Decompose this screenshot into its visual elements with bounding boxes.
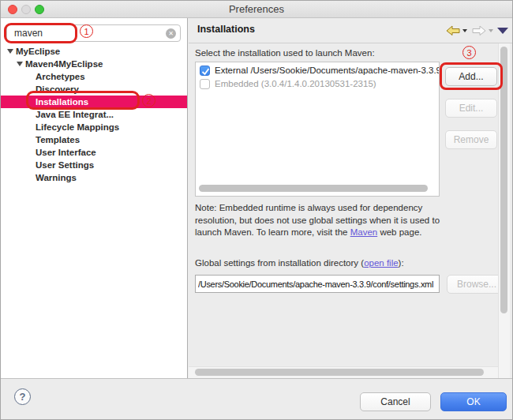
checkbox-unchecked-icon[interactable]	[200, 79, 210, 89]
title-bar: Preferences	[1, 1, 512, 18]
tree-item-maven4myeclipse[interactable]: Maven4MyEclipse	[1, 58, 187, 70]
tree-item-user-settings[interactable]: User Settings	[1, 159, 187, 171]
disclosure-triangle-icon[interactable]	[17, 62, 23, 66]
page-title: Installations	[197, 24, 255, 35]
forward-arrow-icon[interactable]	[472, 25, 486, 36]
panel-horizontal-scrollbar-thumb[interactable]	[195, 369, 484, 376]
tree-item-installations[interactable]: Installations	[1, 96, 187, 108]
tree-item-label: Java EE Integrat...	[36, 110, 114, 119]
remove-button[interactable]: Remove	[445, 130, 497, 149]
tree-item-warnings[interactable]: Warnings	[1, 171, 187, 184]
embedded-runtime-note: Note: Embedded runtime is always used fo…	[195, 202, 455, 239]
note-line1: Note: Embedded runtime is always used fo…	[195, 202, 455, 215]
list-horizontal-scrollbar[interactable]	[199, 185, 428, 192]
tree-item-label: Installations	[36, 97, 88, 107]
tree-item-label: User Settings	[36, 160, 94, 170]
list-item-external-maven[interactable]: External /Users/Sookie/Documents/apache-…	[196, 64, 439, 77]
global-settings-label: Global settings from installation direct…	[195, 258, 404, 268]
header-separator	[189, 43, 512, 43]
clear-search-icon[interactable]: ✕	[166, 28, 176, 39]
note-line3-after: web page.	[377, 227, 421, 237]
global-settings-label-after: ):	[399, 258, 404, 268]
filter-searchbox: ✕	[6, 24, 181, 42]
note-line2: resolution, but does not use global sett…	[195, 215, 455, 227]
help-button[interactable]: ?	[14, 388, 31, 405]
panel-vertical-scrollbar-thumb[interactable]	[500, 47, 507, 313]
tree-item-label: Warnings	[36, 173, 77, 182]
footer-bar: ? Cancel OK	[1, 378, 512, 419]
back-history-dropdown-icon[interactable]	[462, 29, 467, 32]
preferences-tree: MyEclipse Maven4MyEclipse Archetypes Dis…	[1, 45, 187, 184]
search-input[interactable]	[14, 27, 156, 39]
tree-item-lifecycle-mappings[interactable]: Lifecycle Mappings	[1, 121, 187, 133]
note-line3-before: launch Maven. To learn more, visit the	[195, 227, 350, 237]
settings-path-fieldbox	[195, 275, 440, 293]
checkbox-checked-icon[interactable]	[200, 66, 210, 76]
open-file-link[interactable]: open file	[364, 258, 398, 268]
installation-label: Embedded (3.0.4/1.4.0.20130531-2315)	[215, 79, 376, 88]
forward-history-dropdown-icon[interactable]	[489, 29, 493, 32]
installation-label: External /Users/Sookie/Documents/apache-…	[215, 66, 439, 75]
tree-item-discovery[interactable]: Discovery	[1, 83, 187, 96]
ok-button[interactable]: OK	[440, 392, 507, 411]
tree-item-label: Discovery	[36, 84, 79, 94]
tree-item-label: User Interface	[36, 148, 96, 157]
tree-item-archetypes[interactable]: Archetypes	[1, 70, 187, 83]
view-menu-icon[interactable]	[497, 28, 508, 34]
back-arrow-icon[interactable]	[446, 25, 460, 36]
disclosure-triangle-icon[interactable]	[7, 49, 13, 54]
edit-button[interactable]: Edit...	[445, 99, 497, 118]
sidebar: ✕ MyEclipse Maven4MyEclipse Archetypes D…	[1, 18, 188, 378]
annotation-number-3: 3	[462, 46, 476, 59]
installations-list: External /Users/Sookie/Documents/apache-…	[195, 62, 440, 197]
add-button[interactable]: Add...	[445, 67, 497, 86]
note-line3: launch Maven. To learn more, visit the M…	[195, 227, 455, 239]
list-item-embedded-maven[interactable]: Embedded (3.0.4/1.4.0.20130531-2315)	[196, 77, 439, 91]
preferences-window: Preferences ✕ MyEclipse Maven4MyEclipse …	[0, 0, 513, 420]
select-installation-label: Select the installation used to launch M…	[195, 48, 375, 58]
tree-item-templates[interactable]: Templates	[1, 133, 187, 146]
maven-web-link[interactable]: Maven	[350, 227, 378, 237]
tree-item-java-ee-integration[interactable]: Java EE Integrat...	[1, 108, 187, 121]
tree-item-label: Lifecycle Mappings	[36, 122, 119, 132]
tree-item-user-interface[interactable]: User Interface	[1, 146, 187, 159]
settings-path-input[interactable]	[196, 276, 439, 292]
tree-item-label: Archetypes	[36, 72, 85, 81]
tree-item-label: Templates	[36, 135, 80, 144]
tree-item-label: Maven4MyEclipse	[25, 59, 103, 69]
cancel-button[interactable]: Cancel	[360, 392, 431, 411]
global-settings-label-before: Global settings from installation direct…	[195, 258, 364, 268]
tree-item-label: MyEclipse	[16, 47, 60, 56]
window-title: Preferences	[1, 3, 512, 15]
tree-item-myeclipse[interactable]: MyEclipse	[1, 45, 187, 58]
